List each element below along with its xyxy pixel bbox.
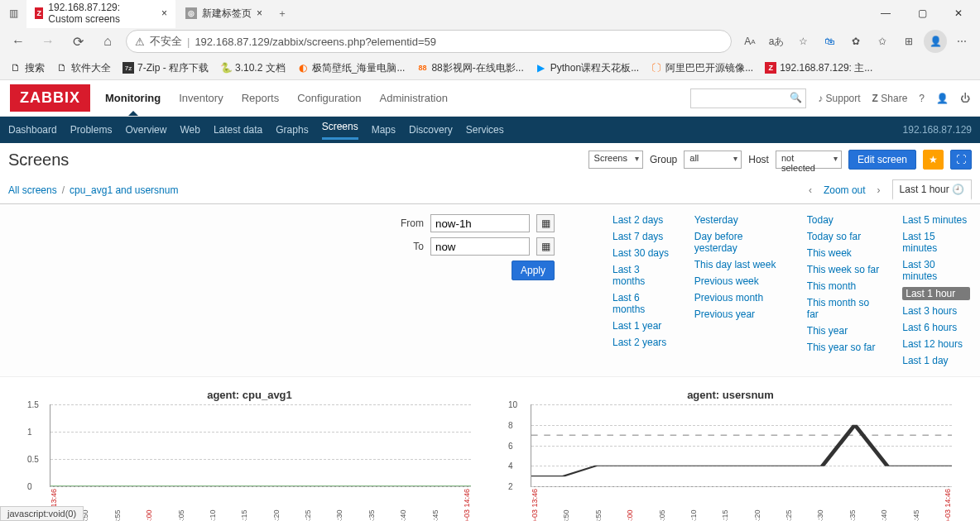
fullscreen-button[interactable]: ⛶ xyxy=(950,150,972,170)
profile-icon[interactable]: 👤 xyxy=(924,30,947,53)
subnav-problems[interactable]: Problems xyxy=(70,124,113,136)
zabbix-logo[interactable]: ZABBIX xyxy=(10,84,90,112)
bookmark-item[interactable]: ◐极简壁纸_海量电脑... xyxy=(297,61,406,75)
help-icon[interactable]: ? xyxy=(919,93,925,104)
close-window-button[interactable]: ✕ xyxy=(940,2,977,25)
menu-monitoring[interactable]: Monitoring xyxy=(105,92,161,104)
preset-link[interactable]: Today so far xyxy=(807,231,881,242)
preset-link[interactable]: Last 3 months xyxy=(612,264,673,287)
preset-link[interactable]: Last 6 hours xyxy=(902,322,970,333)
preset-link[interactable]: Last 30 minutes xyxy=(902,259,970,282)
global-search-input[interactable]: 🔍 xyxy=(690,88,806,108)
address-bar[interactable]: ⚠ 不安全 | 192.168.87.129/zabbix/screens.ph… xyxy=(126,30,732,53)
preset-link[interactable]: This week xyxy=(807,247,881,259)
preset-link[interactable]: Last 2 years xyxy=(612,337,673,348)
home-button[interactable]: ⌂ xyxy=(96,30,119,53)
bookmark-item[interactable]: 🗋软件大全 xyxy=(56,61,111,75)
preset-link[interactable]: Previous week xyxy=(694,275,785,287)
subnav-dashboard[interactable]: Dashboard xyxy=(8,124,57,136)
preset-link[interactable]: Yesterday xyxy=(694,214,785,226)
close-tab-icon[interactable]: × xyxy=(161,7,167,19)
close-tab-icon[interactable]: × xyxy=(257,7,262,19)
preset-link[interactable]: Previous year xyxy=(694,308,785,320)
user-icon[interactable]: 👤 xyxy=(936,93,949,104)
from-calendar-icon[interactable]: ▦ xyxy=(536,214,555,232)
preset-link[interactable]: Last 12 hours xyxy=(902,338,970,350)
bookmark-item[interactable]: Z192.168.87.129: 主... xyxy=(765,61,872,75)
favorite-button[interactable]: ★ xyxy=(923,150,944,170)
subnav-latest[interactable]: Latest data xyxy=(214,124,262,136)
preset-link[interactable]: Last 15 minutes xyxy=(902,231,970,254)
zoom-out[interactable]: Zoom out xyxy=(824,184,866,196)
preset-link[interactable]: Last 30 days xyxy=(612,247,673,259)
preset-link[interactable]: This month so far xyxy=(807,297,881,320)
subnav-services[interactable]: Services xyxy=(466,124,504,136)
preset-link[interactable]: Last 1 year xyxy=(612,320,673,332)
subnav-web[interactable]: Web xyxy=(180,124,199,136)
browser-tab-0[interactable]: Z 192.168.87.129: Custom screens × xyxy=(26,0,175,28)
screens-select[interactable]: Screens xyxy=(588,151,643,169)
more-icon[interactable]: ⋯ xyxy=(950,30,973,53)
time-period-toggle[interactable]: Last 1 hour 🕘 xyxy=(892,179,972,200)
breadcrumb-all[interactable]: All screens xyxy=(8,184,57,196)
menu-administration[interactable]: Administration xyxy=(380,92,448,104)
text-size-icon[interactable]: AA xyxy=(738,30,761,53)
time-prev-icon[interactable]: ‹ xyxy=(809,184,812,196)
group-select[interactable]: all xyxy=(684,151,742,169)
menu-reports[interactable]: Reports xyxy=(242,92,280,104)
bookmark-item[interactable]: 〔〕阿里巴巴开源镜像... xyxy=(651,61,753,75)
bookmark-item[interactable]: 7z7-Zip - 程序下载 xyxy=(122,61,209,75)
breadcrumb-current[interactable]: cpu_avg1 and usersnum xyxy=(70,184,178,196)
preset-link[interactable]: This day last week xyxy=(694,259,785,270)
apply-button[interactable]: Apply xyxy=(512,260,555,280)
preset-link[interactable]: This year so far xyxy=(807,342,881,353)
preset-link[interactable]: Last 1 day xyxy=(902,355,970,366)
preset-link[interactable]: Last 3 hours xyxy=(902,305,970,317)
subnav-discovery[interactable]: Discovery xyxy=(409,124,453,136)
menu-inventory[interactable]: Inventory xyxy=(179,92,223,104)
to-calendar-icon[interactable]: ▦ xyxy=(536,237,555,256)
subnav-graphs[interactable]: Graphs xyxy=(276,124,308,136)
edit-screen-button[interactable]: Edit screen xyxy=(848,150,916,170)
browser-tab-1[interactable]: ◎ 新建标签页 × xyxy=(177,3,271,24)
logout-icon[interactable]: ⏻ xyxy=(960,93,970,104)
preset-link[interactable]: Last 1 hour xyxy=(902,287,970,300)
host-select[interactable]: not selected xyxy=(776,151,842,169)
support-link[interactable]: ♪ Support xyxy=(818,93,860,104)
maximize-button[interactable]: ▢ xyxy=(904,2,940,25)
new-tab-button[interactable]: ＋ xyxy=(272,3,292,23)
preset-link[interactable]: Last 2 days xyxy=(612,214,673,226)
time-next-icon[interactable]: › xyxy=(877,184,881,196)
favorite-icon[interactable]: ☆ xyxy=(791,30,814,53)
tab-menu-icon[interactable]: ▥ xyxy=(3,3,23,23)
preset-link[interactable]: Day before yesterday xyxy=(694,231,785,254)
reload-button[interactable]: ⟳ xyxy=(66,30,89,53)
preset-link[interactable]: Last 6 months xyxy=(612,292,673,315)
translate-icon[interactable]: aあ xyxy=(765,30,788,53)
share-link[interactable]: Z Share xyxy=(872,93,908,104)
extensions-icon[interactable]: ✿ xyxy=(844,30,867,53)
collections-icon[interactable]: ✩ xyxy=(871,30,894,53)
minimize-button[interactable]: — xyxy=(867,2,904,25)
preset-link[interactable]: This year xyxy=(807,325,881,337)
app-icon[interactable]: ⊞ xyxy=(897,30,920,53)
subnav-overview[interactable]: Overview xyxy=(125,124,166,136)
subnav-maps[interactable]: Maps xyxy=(372,124,396,136)
preset-link[interactable]: This month xyxy=(807,280,881,292)
preset-link[interactable]: Today xyxy=(807,214,881,226)
from-input[interactable] xyxy=(430,214,530,232)
to-input[interactable] xyxy=(430,237,530,256)
bookmark-item[interactable]: 🐍3.10.2 文档 xyxy=(220,61,286,75)
bookmark-item[interactable]: 8888影视网-在线电影... xyxy=(416,61,523,75)
menu-configuration[interactable]: Configuration xyxy=(297,92,361,104)
preset-link[interactable]: This week so far xyxy=(807,264,881,275)
preset-link[interactable]: Previous month xyxy=(694,292,785,304)
bookmark-item[interactable]: ▶Python课程天花板... xyxy=(536,61,639,75)
subnav-screens[interactable]: Screens xyxy=(322,121,358,140)
search-icon[interactable]: 🔍 xyxy=(790,92,802,103)
shopping-icon[interactable]: 🛍 xyxy=(818,30,841,53)
back-button[interactable]: ← xyxy=(7,30,30,53)
preset-link[interactable]: Last 5 minutes xyxy=(902,214,970,226)
bookmark-item[interactable]: 🗋搜索 xyxy=(10,61,45,75)
preset-link[interactable]: Last 7 days xyxy=(612,231,673,242)
